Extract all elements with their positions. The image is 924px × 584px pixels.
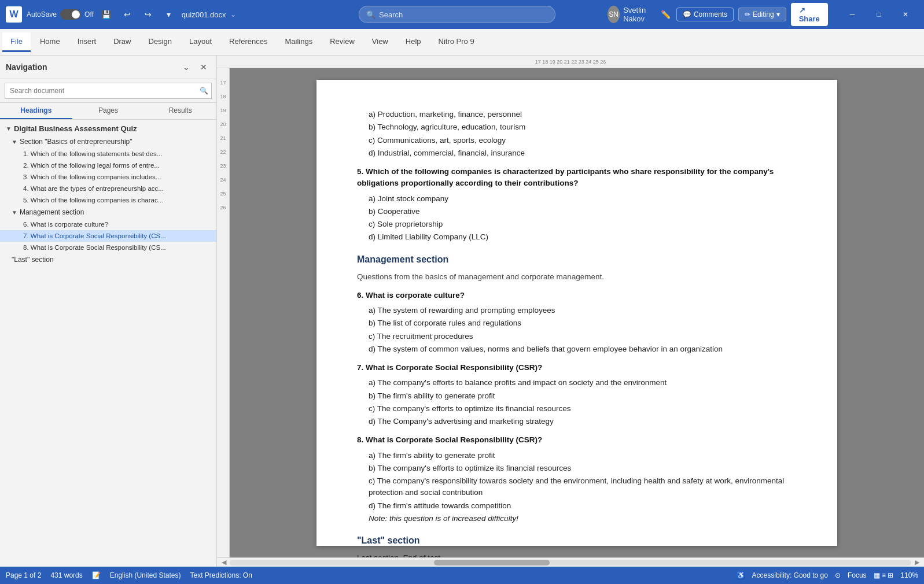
minimize-button[interactable]: ─ — [840, 5, 865, 24]
view-icons: ▦ ≡ ⊞ — [874, 571, 894, 579]
answer-b-prev2: b) Technology, agriculture, education, t… — [369, 121, 797, 133]
scroll-left-button[interactable]: ◀ — [218, 559, 230, 566]
nav-tabs: Headings Pages Results — [0, 103, 216, 120]
maximize-button[interactable]: □ — [866, 5, 892, 24]
q7-b: b) The firm's ability to generate profit — [369, 390, 797, 402]
q5-d: d) Limited Liability Company (LLC) — [369, 231, 797, 243]
nav-item-q7[interactable]: 7. What is Corporate Social Responsibili… — [0, 230, 216, 242]
answer-c-prev3: c) Communications, art, sports, ecology — [369, 135, 797, 146]
toggle-state: Off — [84, 10, 94, 19]
answer-a-prev1: a) Production, marketing, finance, perso… — [369, 109, 797, 120]
tab-design[interactable]: Design — [141, 32, 180, 52]
focus-icon[interactable]: ⊙ — [835, 571, 841, 579]
nav-item-section-basics[interactable]: ▼ Section "Basics of entrepreneurship" — [0, 135, 216, 148]
nav-item-label: Section "Basics of entrepreneurship" — [20, 138, 132, 146]
nav-item-q3[interactable]: 3. Which of the following companies incl… — [0, 171, 216, 183]
accessibility-icon: ♿ — [737, 571, 745, 579]
text-predictions: Text Predictions: On — [190, 571, 252, 579]
q6-a: a) The system of rewarding and prompting… — [369, 305, 797, 316]
tab-references[interactable]: References — [221, 32, 275, 52]
tab-insert[interactable]: Insert — [69, 32, 105, 52]
nav-item-q5[interactable]: 5. Which of the following companies is c… — [0, 194, 216, 206]
status-right: ♿ Accessibility: Good to go ⊙ Focus ▦ ≡ … — [737, 571, 918, 579]
focus-label[interactable]: Focus — [848, 571, 867, 579]
tab-mailings[interactable]: Mailings — [277, 32, 321, 52]
user-area: SN Svetlin Nakov — [608, 6, 656, 23]
editing-label: Editing — [753, 10, 774, 19]
q8-b: b) The company's efforts to optimize its… — [369, 463, 797, 474]
nav-item-q4[interactable]: 4. What are the types of entrepreneurshi… — [0, 183, 216, 194]
search-doc-wrap: 🔍 — [5, 83, 212, 99]
search-document-input[interactable] — [5, 83, 212, 99]
tab-results[interactable]: Results — [144, 103, 216, 119]
tab-file[interactable]: File — [2, 32, 31, 52]
editing-button[interactable]: ✏ Editing ▾ — [738, 8, 786, 21]
nav-close-button[interactable]: ✕ — [197, 60, 211, 74]
nav-item-q8[interactable]: 8. What is Corporate Social Responsibili… — [0, 242, 216, 253]
tab-pages[interactable]: Pages — [72, 103, 145, 119]
nav-item-root[interactable]: ▼ Digital Business Assessment Quiz — [0, 122, 216, 135]
tab-view[interactable]: View — [364, 32, 396, 52]
horizontal-scroll-thumb[interactable] — [434, 560, 550, 565]
save-icon[interactable]: 💾 — [98, 6, 115, 23]
horizontal-scroll-track[interactable] — [230, 560, 911, 565]
nav-item-q1[interactable]: 1. Which of the following statements bes… — [0, 148, 216, 160]
autosave-toggle[interactable] — [60, 9, 81, 20]
q8-note: Note: this question is of increased diff… — [369, 513, 797, 524]
nav-item-label: 1. Which of the following statements bes… — [23, 150, 162, 157]
comments-button[interactable]: 💬 Comments — [676, 8, 734, 21]
autosave-area: AutoSave Off — [27, 9, 94, 20]
q6-d: d) The system of common values, norms an… — [369, 343, 797, 355]
tab-review[interactable]: Review — [322, 32, 363, 52]
share-button[interactable]: ↗ Share — [791, 3, 828, 26]
scroll-right-button[interactable]: ▶ — [911, 559, 923, 566]
q7-text: 7. What is Corporate Social Responsibili… — [357, 362, 797, 374]
word-count: 431 words — [50, 571, 82, 579]
q7-d: d) The Company's advertising and marketi… — [369, 416, 797, 427]
tab-home[interactable]: Home — [32, 32, 68, 52]
bottom-scrollbar: ◀ ▶ — [217, 557, 924, 567]
editing-icon: ✏ — [745, 10, 750, 19]
nav-item-last[interactable]: "Last" section — [0, 253, 216, 266]
tab-layout[interactable]: Layout — [181, 32, 220, 52]
q5-text: 5. Which of the following companies is c… — [357, 166, 797, 190]
answer-d-prev4: d) Industrial, commercial, financial, in… — [369, 147, 797, 159]
pen-icon[interactable]: ✏️ — [660, 6, 672, 23]
nav-collapse-button[interactable]: ⌄ — [179, 60, 193, 74]
customize-icon[interactable]: ▾ — [161, 6, 177, 23]
toggle-knob — [72, 10, 80, 19]
accessibility-status: Accessibility: Good to go — [752, 571, 828, 579]
q7-a: a) The company's efforts to balance prof… — [369, 377, 797, 389]
nav-item-label: 8. What is Corporate Social Responsibili… — [23, 244, 166, 251]
doc-scroll[interactable]: a) Production, marketing, finance, perso… — [230, 68, 924, 557]
filename-chevron[interactable]: ⌄ — [230, 10, 236, 19]
tab-draw[interactable]: Draw — [105, 32, 139, 52]
comments-label: Comments — [694, 10, 727, 19]
avatar: SN — [608, 6, 620, 23]
svg-text:17   18   19   20   21   22   : 17 18 19 20 21 22 23 24 25 26 — [535, 59, 606, 65]
global-search-box[interactable]: 🔍 Search — [359, 6, 555, 23]
tab-nitro[interactable]: Nitro Pro 9 — [430, 32, 483, 52]
undo-icon[interactable]: ↩ — [119, 6, 135, 23]
nav-item-label: 6. What is corporate culture? — [23, 221, 108, 228]
last-text1: Last section. End of test. — [357, 552, 797, 557]
last-heading: "Last" section — [357, 534, 797, 548]
nav-item-q6[interactable]: 6. What is corporate culture? — [0, 219, 216, 230]
expand-icon-basics: ▼ — [12, 139, 17, 145]
q8-c: c) The company's responsibility towards … — [369, 475, 797, 499]
expand-icon-mgmt: ▼ — [12, 209, 17, 216]
redo-icon[interactable]: ↪ — [140, 6, 156, 23]
nav-header-icons: ⌄ ✕ — [179, 60, 211, 74]
ruler-svg: 17 18 19 20 21 22 23 24 25 26 — [217, 56, 924, 68]
proofing-icon: 📝 — [92, 571, 101, 579]
expand-icon-root: ▼ — [6, 125, 12, 132]
navigation-pane: Navigation ⌄ ✕ 🔍 Headings Pages Results … — [0, 56, 217, 567]
tab-help[interactable]: Help — [397, 32, 429, 52]
nav-item-mgmt[interactable]: ▼ Management section — [0, 206, 216, 219]
tab-headings[interactable]: Headings — [0, 103, 72, 119]
titlebar-center: 🔍 Search — [307, 6, 608, 23]
page-info: Page 1 of 2 — [6, 571, 41, 579]
nav-item-label: 2. Which of the following legal forms of… — [23, 162, 160, 169]
close-button[interactable]: ✕ — [893, 5, 918, 24]
nav-item-q2[interactable]: 2. Which of the following legal forms of… — [0, 160, 216, 171]
